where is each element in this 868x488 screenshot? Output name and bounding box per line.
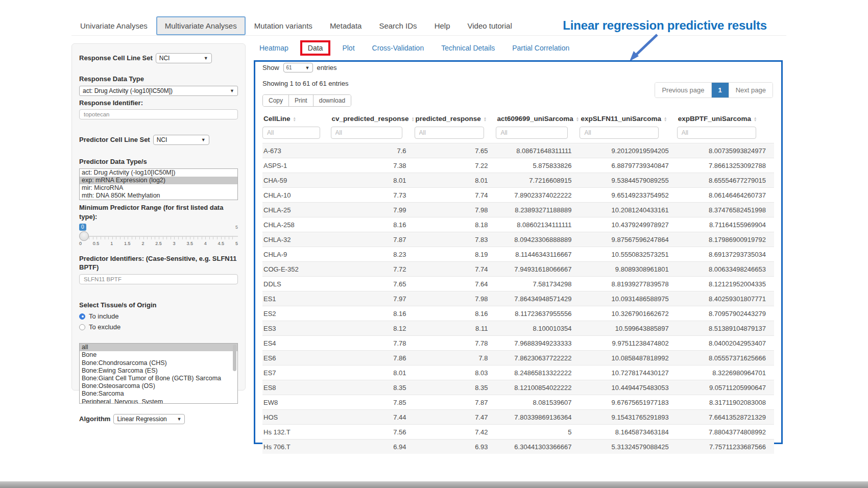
tissue-option-bone-giant-cell-tumor-of-bone-gctb-sarcoma[interactable]: Bone:Giant Cell Tumor of Bone (GCTB) Sar… — [80, 375, 237, 382]
sort-desc-icon: ▼ — [484, 119, 487, 121]
tissue-option-bone-chondrosarcoma-chs[interactable]: Bone:Chondrosarcoma (CHS) — [80, 359, 237, 367]
chevron-down-icon: ▼ — [204, 56, 208, 61]
slider-handle[interactable] — [79, 231, 89, 241]
response-data-type-select[interactable]: act: Drug Activity (-log10[IC50M]) ▼ — [79, 86, 238, 96]
sort-icon[interactable]: ▲▼ — [411, 116, 414, 121]
cell-line-name: CHLA-25 — [262, 203, 331, 217]
tab-technical-details[interactable]: Technical Details — [441, 44, 495, 52]
nav-item-video-tutorial[interactable]: Video tutorial — [459, 16, 520, 35]
column-header-label: act609699_uniSarcoma — [497, 115, 573, 123]
column-filter-input-act609699-unisarcoma[interactable] — [496, 127, 567, 139]
algorithm-select[interactable]: Linear Regression ▼ — [113, 414, 185, 424]
print-button[interactable]: Print — [289, 95, 314, 106]
radio-label-to-include: To include — [89, 312, 119, 320]
cell-value: 8.04002042953407 — [677, 336, 774, 351]
cell-value: 5.875833826 — [496, 158, 580, 173]
listbox-scrollbar[interactable] — [233, 345, 236, 371]
tissue-option-peripheral-nervous-system[interactable]: Peripheral_Nervous_System — [80, 398, 237, 404]
show-label: Show — [262, 64, 279, 71]
column-header-predicted-response[interactable]: predicted_response▲▼ — [415, 111, 496, 126]
cell-value: 7.94931618066667 — [496, 262, 580, 277]
table-row: COG-E-3527.727.747.949316180666679.80893… — [262, 262, 774, 277]
column-filter-input-cv-predicted-response[interactable] — [331, 127, 402, 139]
next-page-button[interactable]: Next page — [729, 83, 773, 97]
page-length-select[interactable]: 61 ▼ — [283, 63, 313, 72]
column-filter-input-expslfn11-unisarcoma[interactable] — [580, 127, 659, 139]
column-filter-input-predicted-response[interactable] — [415, 127, 485, 139]
cell-value: 7.87 — [415, 395, 496, 410]
table-row: CHA-598.018.017.72166089159.538445790892… — [262, 173, 774, 188]
tissue-option-bone[interactable]: Bone — [80, 351, 237, 359]
cell-line-name: A-673 — [262, 143, 331, 158]
radio-label-to-exclude: To exclude — [89, 323, 120, 331]
predictor-identifiers-input[interactable] — [79, 274, 238, 284]
chevron-down-icon: ▼ — [177, 417, 181, 422]
predictor-type-option-mth[interactable]: mth: DNA 850K Methylation — [80, 192, 237, 200]
cell-value: 7.72 — [331, 262, 415, 277]
tab-partial-correlation[interactable]: Partial Correlation — [512, 44, 569, 52]
column-filter-input-cellline[interactable] — [262, 127, 320, 139]
column-filter-input-expbptf-unisarcoma[interactable] — [677, 127, 756, 139]
cell-value: 8.08671648311111 — [496, 143, 580, 158]
cell-value: 7.87 — [331, 232, 415, 247]
radio-to-include[interactable] — [79, 313, 85, 320]
cell-value: 7.86613253092788 — [677, 158, 774, 173]
table-row: ES88.358.358.1210085402222210.4494475483… — [262, 380, 774, 395]
tab-cross-validation[interactable]: Cross-Validation — [372, 44, 424, 52]
tissue-option-bone-osteosarcoma-os[interactable]: Bone:Osteosarcoma (OS) — [80, 382, 237, 390]
cell-line-name: Hs 132.T — [262, 425, 331, 440]
nav-item-search-ids[interactable]: Search IDs — [370, 16, 425, 35]
column-header-expslfn11-unisarcoma[interactable]: expSLFN11_uniSarcoma▲▼ — [580, 111, 677, 126]
response-cell-line-select[interactable]: NCI ▼ — [156, 53, 212, 63]
response-cell-line-value: NCI — [159, 55, 170, 62]
cell-value: 7.74 — [415, 188, 496, 203]
cell-value: 10.3267901662672 — [580, 306, 677, 321]
table-row: CHLA-327.877.838.094233068888899.8756759… — [262, 232, 774, 247]
cell-value: 6.88797739340847 — [580, 158, 677, 173]
cell-line-name: COG-E-352 — [262, 262, 331, 277]
column-header-cv-predicted-response[interactable]: cv_predicted_response▲▼ — [331, 111, 415, 126]
tab-plot[interactable]: Plot — [342, 44, 354, 52]
copy-button[interactable]: Copy — [263, 95, 289, 106]
sort-icon[interactable]: ▲▼ — [484, 116, 487, 121]
nav-item-metadata[interactable]: Metadata — [321, 16, 371, 35]
cell-value: 8.08602134111111 — [496, 217, 580, 232]
cell-value: 8.100010354 — [496, 321, 580, 336]
response-identifier-input[interactable] — [79, 109, 238, 119]
sort-icon[interactable]: ▲▼ — [293, 116, 296, 121]
cell-value: 9.97511238474802 — [580, 336, 677, 351]
cell-value: 7.89023374022222 — [496, 188, 580, 203]
tab-data[interactable]: Data — [300, 40, 331, 56]
tissue-option-bone-ewing-sarcoma-es[interactable]: Bone:Ewing Sarcoma (ES) — [80, 367, 237, 375]
radio-to-exclude[interactable] — [79, 324, 85, 330]
predictor-type-option-exp[interactable]: exp: mRNA Expression (log2) — [80, 177, 237, 184]
column-header-cellline[interactable]: CellLine▲▼ — [262, 111, 331, 126]
previous-page-button[interactable]: Previous page — [655, 83, 711, 97]
sort-icon[interactable]: ▲▼ — [754, 116, 757, 121]
cell-line-name: DDLS — [262, 277, 331, 291]
nav-item-help[interactable]: Help — [426, 16, 459, 35]
page-1-button[interactable]: 1 — [712, 83, 729, 97]
predictor-type-option-mir[interactable]: mir: MicroRNA — [80, 184, 237, 192]
cell-value: 8.24865813322222 — [496, 365, 580, 380]
column-header-label: predicted_response — [416, 115, 481, 123]
sort-icon[interactable]: ▲▼ — [576, 116, 579, 121]
nav-item-univariate-analyses[interactable]: Univariate Analyses — [71, 16, 156, 35]
nav-item-multivariate-analyses[interactable]: Multivariate Analyses — [156, 16, 246, 35]
table-row: DDLS7.657.647.5817342988.819392778395788… — [262, 277, 774, 291]
tissue-option-bone-sarcoma[interactable]: Bone:Sarcoma — [80, 390, 237, 398]
predictor-type-option-act[interactable]: act: Drug Activity (-log10[IC50M]) — [80, 169, 237, 177]
table-row: A-6737.67.658.086716483111119.2012091959… — [262, 143, 774, 158]
predictor-data-type-label: Predictor Data Type/s — [79, 157, 238, 166]
nav-item-mutation-variants[interactable]: Mutation variants — [246, 16, 321, 35]
tab-heatmap[interactable]: Heatmap — [259, 44, 288, 52]
cell-value: 8.65554677279015 — [677, 173, 774, 188]
cell-value: 7.73 — [331, 188, 415, 203]
tissue-option-all[interactable]: all — [80, 344, 237, 351]
sort-icon[interactable]: ▲▼ — [664, 116, 667, 121]
download-button[interactable]: download — [314, 95, 351, 106]
column-header-act609699-unisarcoma[interactable]: act609699_uniSarcoma▲▼ — [496, 111, 580, 126]
predictor-cell-line-select[interactable]: NCI ▼ — [153, 135, 209, 145]
column-header-expbptf-unisarcoma[interactable]: expBPTF_uniSarcoma▲▼ — [677, 111, 774, 126]
tissue-radio-row: To exclude — [79, 323, 238, 331]
